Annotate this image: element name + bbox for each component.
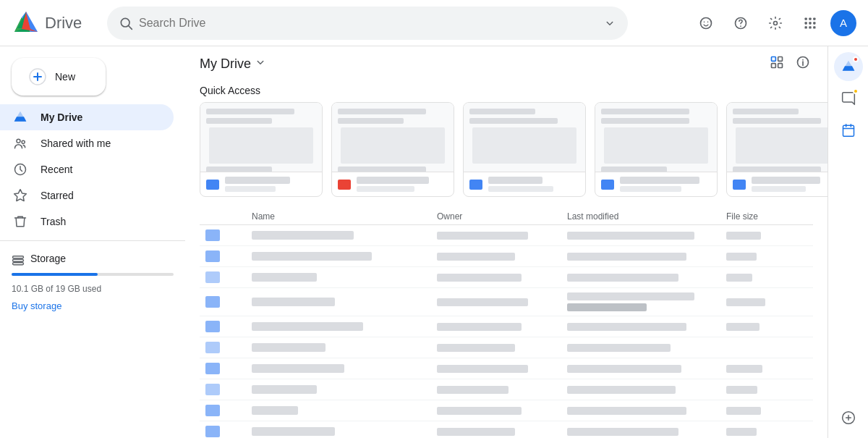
col-modified-header: Last modified [567,211,726,222]
quick-access-card[interactable] [726,102,827,197]
svg-point-14 [707,21,709,22]
sidebar-item-trash[interactable]: Trash [0,209,174,235]
qa-thumbnail [200,103,322,172]
qa-filename [752,177,820,184]
qa-thumbnail [464,103,585,172]
svg-rect-21 [805,22,807,24]
storage-used-text: 10.1 GB of 19 GB used [12,284,101,294]
search-dropdown-icon[interactable] [603,17,616,30]
file-icon-cell [200,296,226,308]
file-owner [437,386,567,394]
emoji-icon[interactable] [692,9,720,38]
table-row[interactable] [200,288,813,316]
table-row[interactable] [200,400,813,421]
storage-section: Storage 10.1 GB of 19 GB used Buy storag… [0,247,185,317]
file-modified [567,292,726,311]
sidebar-item-recent[interactable]: Recent [0,156,174,182]
sidebar-item-my-drive[interactable]: My Drive [0,104,174,130]
table-row[interactable] [200,246,813,267]
file-name-cell [226,296,437,308]
content-area: My Drive Quick Access [185,46,827,438]
table-row[interactable] [200,358,813,379]
table-row[interactable] [200,421,813,438]
quick-access-card[interactable] [331,102,454,197]
sidebar-item-shared[interactable]: Shared with me [0,130,174,156]
quick-access-card[interactable] [463,102,586,197]
svg-rect-23 [813,22,815,24]
info-icon[interactable] [793,52,813,76]
file-icon-cell [200,426,226,437]
breadcrumb-dropdown-icon[interactable] [254,56,267,72]
storage-icon [12,253,25,266]
svg-point-29 [22,140,25,143]
sidebar-item-label: Trash [41,216,66,227]
drive-sidebar-icon[interactable] [834,52,863,81]
new-button[interactable]: New [12,58,106,96]
qa-file-icon [338,180,351,190]
new-button-label: New [55,71,75,83]
qa-file-icon [601,180,614,190]
qa-subtitle [752,184,820,192]
grid-view-icon[interactable] [767,52,787,76]
search-input[interactable] [139,17,597,30]
file-icon-cell [200,384,226,395]
file-modified [567,407,726,415]
table-row[interactable] [200,337,813,358]
qa-subtitle [357,184,429,192]
svg-rect-20 [813,17,815,20]
trash-icon [12,214,29,229]
file-name-cell [226,342,437,353]
quick-access-card[interactable] [200,102,323,197]
svg-line-11 [129,25,132,29]
quick-access-card[interactable] [595,102,718,197]
help-icon[interactable] [726,9,755,38]
file-owner [437,428,567,436]
table-row[interactable] [200,379,813,400]
buy-storage-link[interactable]: Buy storage [12,300,174,311]
qa-file-info [357,177,429,192]
qa-footer [727,172,827,196]
table-row[interactable] [200,316,813,337]
file-name-cell [226,229,437,241]
svg-rect-33 [13,259,24,261]
topbar: Drive A [0,0,868,46]
apps-icon[interactable] [796,9,825,38]
svg-point-13 [704,21,705,22]
table-row[interactable] [200,267,813,288]
topbar-right: A [692,9,856,38]
svg-point-12 [701,17,712,28]
file-size [726,323,813,331]
breadcrumb: My Drive [200,56,267,72]
col-name-header: Name [226,211,437,222]
search-bar[interactable] [107,7,628,40]
svg-rect-25 [809,26,811,28]
qa-thumbnail [332,103,454,172]
logo-area: Drive [12,9,98,38]
table-row[interactable] [200,225,813,246]
qa-thumbnail [595,103,717,172]
file-modified [567,365,726,373]
svg-rect-36 [778,57,783,62]
calendar-sidebar-icon[interactable] [834,116,863,145]
plus-icon [29,68,46,85]
sidebar-item-starred[interactable]: Starred [0,182,174,209]
file-modified [567,253,726,261]
chat-sidebar-icon[interactable] [834,84,863,113]
settings-icon[interactable] [761,9,790,38]
file-icon-cell [200,363,226,374]
svg-rect-19 [809,17,811,20]
content-header: My Drive [185,46,827,79]
svg-point-28 [17,139,20,143]
svg-rect-34 [13,263,24,265]
file-size [726,253,813,261]
file-modified [567,386,726,394]
avatar[interactable]: A [830,10,856,36]
file-size [726,365,813,373]
file-owner [437,323,567,331]
file-icon-cell [200,342,226,353]
quick-access-label: Quick Access [185,79,827,102]
add-sidebar-icon[interactable] [834,403,863,432]
file-list: Name Owner Last modified File size [185,209,827,438]
file-icon-cell [200,229,226,241]
file-name-cell [226,405,437,416]
